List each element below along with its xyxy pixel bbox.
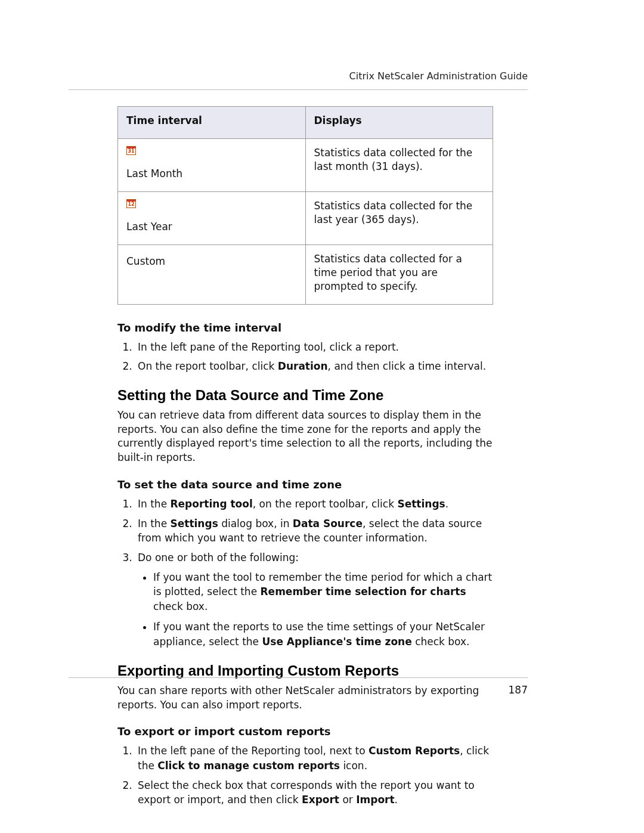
list-item: In the left pane of the Reporting tool, …	[135, 340, 493, 355]
table-row: 12 Last Year Statistics data collected f…	[118, 191, 493, 244]
paragraph: You can share reports with other NetScal…	[117, 684, 493, 713]
heading-export-import-reports: Exporting and Importing Custom Reports	[117, 662, 493, 679]
interval-desc: Statistics data collected for the last m…	[305, 138, 493, 191]
subheading-modify-time-interval: To modify the time interval	[117, 321, 493, 334]
list-item: In the Settings dialog box, in Data Sour…	[135, 516, 493, 546]
table-row: 31 Last Month Statistics data collected …	[118, 138, 493, 191]
subheading-set-data-source: To set the data source and time zone	[117, 478, 493, 491]
paragraph: You can retrieve data from different dat…	[117, 408, 493, 465]
running-head: Citrix NetScaler Administration Guide	[349, 70, 528, 82]
page-content: Time interval Displays 31 Last Month Sta…	[117, 106, 493, 807]
table-header-displays: Displays	[305, 107, 493, 139]
interval-label: Last Month	[126, 167, 297, 181]
calendar-icon: 12	[126, 199, 136, 208]
list-item: In the Reporting tool, on the report too…	[135, 497, 493, 512]
table-header-time-interval: Time interval	[118, 107, 306, 139]
header-rule	[69, 89, 528, 90]
interval-label: Last Year	[126, 220, 297, 234]
heading-data-source-time-zone: Setting the Data Source and Time Zone	[117, 387, 493, 404]
steps-modify-time-interval: In the left pane of the Reporting tool, …	[117, 340, 493, 374]
interval-desc: Statistics data collected for the last y…	[305, 191, 493, 244]
list-item: If you want the tool to remember the tim…	[153, 570, 493, 614]
list-item: On the report toolbar, click Duration, a…	[135, 359, 493, 374]
table-row: Custom Statistics data collected for a t…	[118, 244, 493, 304]
list-item: Select the check box that corresponds wi…	[135, 778, 493, 807]
list-item: In the left pane of the Reporting tool, …	[135, 744, 493, 773]
page: Citrix NetScaler Administration Guide Ti…	[0, 0, 644, 833]
bullet-list: If you want the tool to remember the tim…	[138, 570, 493, 649]
steps-set-data-source: In the Reporting tool, on the report too…	[117, 497, 493, 649]
interval-desc: Statistics data collected for a time per…	[305, 244, 493, 304]
page-number: 187	[509, 684, 528, 696]
subheading-export-import: To export or import custom reports	[117, 725, 493, 738]
list-item: If you want the reports to use the time …	[153, 620, 493, 649]
footer-rule	[69, 677, 528, 678]
list-item: Do one or both of the following: If you …	[135, 550, 493, 649]
time-interval-table: Time interval Displays 31 Last Month Sta…	[117, 106, 493, 305]
calendar-icon: 31	[126, 146, 136, 155]
steps-export-import: In the left pane of the Reporting tool, …	[117, 744, 493, 807]
interval-label: Custom	[126, 255, 297, 268]
